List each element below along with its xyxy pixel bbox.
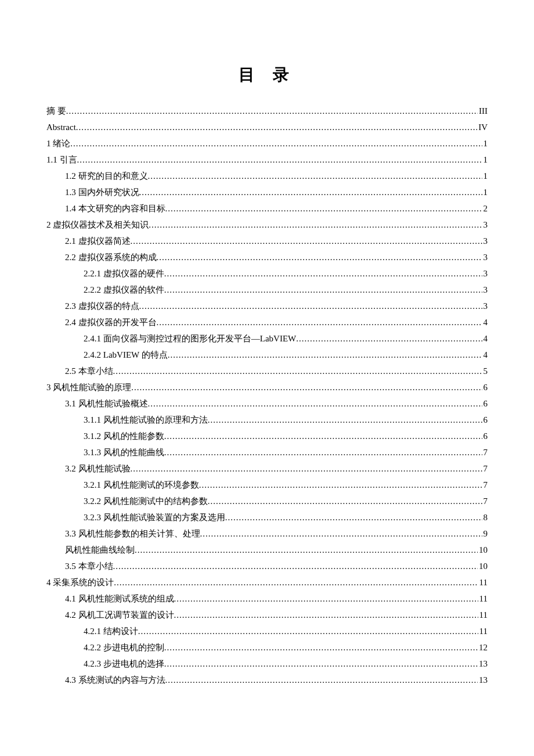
toc-leader-dots: [199, 477, 482, 493]
toc-leader-dots: [149, 217, 482, 233]
toc-leader-dots: [168, 347, 482, 363]
toc-entry-text: 4.2 风机工况调节装置的设计: [65, 607, 174, 623]
toc-entry-page: 10: [478, 559, 488, 574]
toc-leader-dots: [114, 575, 478, 591]
toc-entry-page: 1: [482, 152, 488, 168]
toc-entry-text: 3.2.1 风机性能测试的环境参数: [84, 477, 199, 493]
toc-entry-text: 2.4 虚拟仪器的开发平台: [65, 315, 157, 330]
toc-leader-dots: [174, 591, 478, 607]
toc-entry: AbstractIV: [46, 120, 488, 135]
toc-entry-page: 4: [482, 331, 488, 347]
toc-entry: 2.4.2 LabVIEW 的特点4: [46, 347, 488, 363]
toc-entry: 3 风机性能试验的原理6: [46, 380, 488, 395]
toc-entry-page: 1: [482, 185, 488, 200]
toc-leader-dots: [138, 624, 478, 639]
toc-entry: 4.1 风机性能测试系统的组成11: [46, 591, 488, 607]
toc-leader-dots: [70, 136, 482, 152]
toc-entry-text: 2.3 虚拟仪器的特点: [65, 298, 139, 314]
toc-entry-text: 3.2 风机性能试验: [65, 461, 131, 477]
toc-entry-page: 7: [482, 461, 488, 477]
toc-entry-page: 6: [482, 396, 488, 412]
toc-entry-page: 3: [482, 298, 488, 314]
toc-entry: 摘 要III: [46, 103, 488, 119]
toc-entry-text: 1.3 国内外研究状况: [65, 185, 139, 200]
toc-entry-text: 3.1 风机性能试验概述: [65, 396, 148, 412]
toc-entry: 4.2.2 步进电机的控制12: [46, 640, 488, 656]
toc-leader-dots: [164, 640, 478, 656]
toc-entry-text: 4 采集系统的设计: [46, 575, 114, 591]
toc-entry-text: 2.1 虚拟仪器简述: [65, 233, 131, 249]
toc-leader-dots: [164, 445, 482, 460]
toc-leader-dots: [296, 331, 482, 347]
toc-entry-page: 7: [482, 494, 488, 509]
toc-entry: 2.3 虚拟仪器的特点3: [46, 298, 488, 314]
toc-entry-page: 11: [478, 575, 488, 591]
toc-entry-page: 9: [482, 526, 488, 542]
toc-leader-dots: [139, 298, 482, 314]
toc-entry-page: 4: [482, 347, 488, 363]
toc-entry-page: 6: [482, 429, 488, 444]
toc-entry: 1.1 引言1: [46, 152, 488, 168]
toc-leader-dots: [131, 233, 482, 249]
toc-leader-dots: [113, 559, 478, 574]
toc-entry-page: 7: [482, 477, 488, 493]
toc-leader-dots: [208, 412, 482, 428]
toc-entry-text: 3 风机性能试验的原理: [46, 380, 131, 395]
toc-leader-dots: [66, 103, 478, 119]
toc-entry-page: III: [478, 103, 488, 119]
toc-entry-page: 11: [478, 624, 488, 639]
toc-entry: 1 绪论1: [46, 136, 488, 152]
toc-entry: 3.5 本章小结10: [46, 559, 488, 574]
toc-leader-dots: [131, 380, 482, 395]
toc-entry: 4.2.3 步进电机的选择13: [46, 656, 488, 672]
toc-entry: 风机性能曲线绘制10: [46, 542, 488, 558]
toc-entry-text: 4.3 系统测试的内容与方法: [65, 672, 165, 688]
toc-entry: 3.3 风机性能参数的相关计算、处理9: [46, 526, 488, 542]
toc-entry-page: 3: [482, 266, 488, 282]
toc-entry-text: 2.2.1 虚拟仪器的硬件: [84, 266, 164, 282]
toc-leader-dots: [77, 152, 482, 168]
toc-leader-dots: [113, 363, 482, 379]
toc-entry-text: 1.4 本文研究的内容和目标: [65, 201, 165, 217]
toc-entry-page: 2: [482, 201, 488, 217]
toc-entry-text: 2.2 虚拟仪器系统的构成: [65, 250, 157, 265]
toc-entry: 2.2.2 虚拟仪器的软件3: [46, 282, 488, 298]
toc-entry-text: 2.4.1 面向仪器与测控过程的图形化开发平台—LabVIEW: [84, 331, 296, 347]
toc-entry: 2.4 虚拟仪器的开发平台4: [46, 315, 488, 330]
toc-entry: 2.2.1 虚拟仪器的硬件3: [46, 266, 488, 282]
toc-entry-page: 3: [482, 217, 488, 233]
toc-entry: 2.1 虚拟仪器简述3: [46, 233, 488, 249]
toc-title: 目 录: [46, 64, 488, 86]
toc-entry: 4.2 风机工况调节装置的设计11: [46, 607, 488, 623]
toc-leader-dots: [164, 266, 482, 282]
toc-entry: 4 采集系统的设计11: [46, 575, 488, 591]
toc-entry: 3.1.1 风机性能试验的原理和方法6: [46, 412, 488, 428]
toc-entry: 2.5 本章小结5: [46, 363, 488, 379]
toc-leader-dots: [225, 510, 482, 525]
toc-leader-dots: [164, 656, 478, 672]
toc-leader-dots: [165, 672, 478, 688]
toc-entry: 3.1.2 风机的性能参数6: [46, 429, 488, 444]
toc-entry-text: 1.1 引言: [46, 152, 77, 168]
toc-leader-dots: [76, 120, 477, 135]
toc-entry-text: 3.1.2 风机的性能参数: [84, 429, 164, 444]
toc-entry: 3.2.3 风机性能试验装置的方案及选用8: [46, 510, 488, 525]
toc-list: 摘 要IIIAbstractIV1 绪论11.1 引言11.2 研究的目的和意义…: [46, 103, 488, 688]
toc-entry-text: 3.1.3 风机的性能曲线: [84, 445, 164, 460]
toc-entry-page: 5: [482, 363, 488, 379]
toc-entry: 2 虚拟仪器技术及相关知识3: [46, 217, 488, 233]
toc-entry-page: 13: [478, 656, 488, 672]
toc-entry-page: 1: [482, 168, 488, 184]
toc-entry-text: 4.2.3 步进电机的选择: [84, 656, 164, 672]
toc-entry: 3.2.2 风机性能测试中的结构参数7: [46, 494, 488, 509]
toc-entry: 3.2 风机性能试验7: [46, 461, 488, 477]
toc-entry-text: 2.2.2 虚拟仪器的软件: [84, 282, 164, 298]
toc-entry-page: 7: [482, 445, 488, 460]
toc-entry-text: 2 虚拟仪器技术及相关知识: [46, 217, 149, 233]
toc-entry: 4.3 系统测试的内容与方法13: [46, 672, 488, 688]
toc-entry-text: 3.3 风机性能参数的相关计算、处理: [65, 526, 200, 542]
toc-leader-dots: [174, 607, 478, 623]
toc-entry-text: Abstract: [46, 120, 76, 135]
toc-leader-dots: [148, 168, 482, 184]
toc-entry-text: 3.2.3 风机性能试验装置的方案及选用: [84, 510, 225, 525]
